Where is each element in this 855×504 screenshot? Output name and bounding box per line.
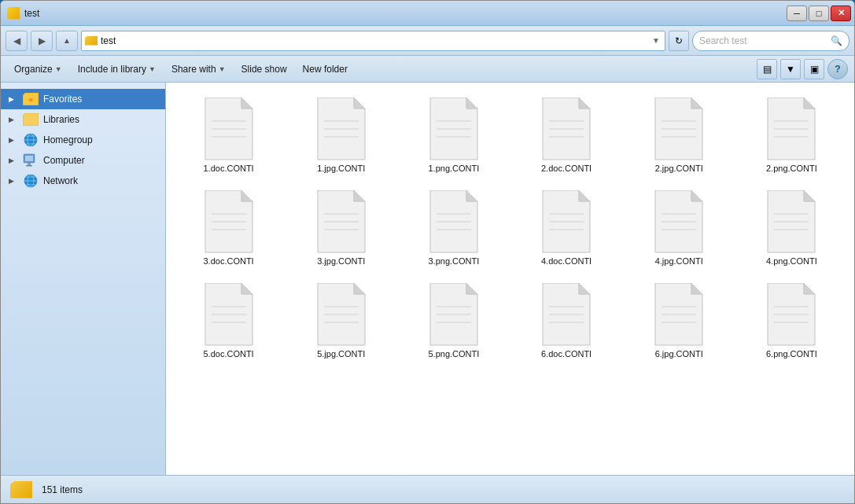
svg-marker-48 [241, 190, 252, 201]
document-icon [766, 190, 816, 253]
file-item[interactable]: 3.png.CONTI [400, 185, 507, 271]
libraries-label: Libraries [43, 114, 79, 125]
share-with-chevron: ▼ [219, 65, 226, 73]
computer-label: Computer [43, 155, 85, 166]
forward-button[interactable]: ▶ [31, 31, 53, 51]
document-icon [204, 97, 254, 160]
document-icon [204, 190, 254, 253]
view-small-icon-button[interactable]: ▤ [757, 59, 777, 79]
svg-marker-88 [466, 283, 477, 294]
file-label: 4.doc.CONTI [541, 256, 591, 266]
document-icon [316, 283, 367, 346]
svg-marker-2 [23, 113, 39, 126]
favorites-expand-arrow: ▶ [9, 95, 18, 103]
preview-pane-button[interactable]: ▣ [804, 59, 824, 79]
file-item[interactable]: 1.jpg.CONTI [288, 92, 394, 178]
file-grid: 1.doc.CONTI 1.jpg.CONTI 1.png.CONTI [175, 92, 845, 364]
file-item[interactable]: 5.doc.CONTI [175, 278, 282, 364]
include-in-library-button[interactable]: Include in library ▼ [71, 59, 163, 79]
sidebar: ▶ ★ Favorites ▶ Libraries [1, 83, 166, 475]
organize-chevron: ▼ [55, 65, 62, 73]
file-item[interactable]: 2.png.CONTI [739, 92, 845, 178]
file-label: 4.png.CONTI [766, 256, 817, 266]
file-item[interactable]: 6.png.CONTI [739, 278, 845, 364]
minimize-button[interactable]: ─ [787, 6, 807, 21]
file-label: 3.jpg.CONTI [317, 256, 365, 266]
close-button[interactable]: ✕ [831, 6, 851, 21]
libraries-icon [23, 113, 39, 126]
back-button[interactable]: ◀ [6, 31, 28, 51]
address-dropdown-arrow[interactable]: ▼ [650, 36, 662, 45]
title-bar-controls: ─ □ ✕ [787, 6, 851, 21]
file-item[interactable]: 3.jpg.CONTI [288, 185, 394, 271]
file-item[interactable]: 5.jpg.CONTI [288, 278, 394, 364]
status-folder-icon [10, 481, 32, 498]
title-bar: test ─ □ ✕ [1, 1, 854, 26]
new-folder-button[interactable]: New folder [296, 59, 355, 79]
svg-marker-23 [354, 97, 365, 109]
status-item-count: 151 items [42, 484, 83, 495]
file-label: 5.doc.CONTI [203, 349, 253, 359]
favorites-label: Favorites [43, 94, 82, 105]
svg-marker-58 [466, 190, 477, 201]
file-area[interactable]: 1.doc.CONTI 1.jpg.CONTI 1.png.CONTI [166, 83, 854, 475]
file-label: 3.png.CONTI [429, 256, 480, 266]
document-icon [316, 190, 367, 253]
file-item[interactable]: 4.doc.CONTI [514, 185, 620, 271]
file-item[interactable]: 6.jpg.CONTI [626, 278, 732, 364]
svg-marker-98 [691, 283, 702, 294]
svg-marker-28 [466, 97, 477, 109]
organize-button[interactable]: Organize ▼ [7, 59, 69, 79]
computer-expand-arrow: ▶ [9, 156, 18, 164]
up-button[interactable]: ▲ [56, 31, 78, 51]
sidebar-item-network[interactable]: ▶ Network [1, 171, 165, 191]
share-with-button[interactable]: Share with ▼ [164, 59, 233, 79]
help-button[interactable]: ? [827, 59, 848, 79]
slide-show-button[interactable]: Slide show [234, 59, 294, 79]
network-icon [23, 175, 39, 187]
refresh-button[interactable]: ↻ [669, 31, 689, 51]
file-item[interactable]: 1.doc.CONTI [175, 92, 282, 178]
file-item[interactable]: 3.doc.CONTI [175, 185, 282, 271]
search-box[interactable]: Search test 🔍 [692, 31, 849, 51]
svg-marker-63 [579, 190, 590, 201]
file-item[interactable]: 5.png.CONTI [400, 278, 507, 364]
window-title: test [24, 8, 39, 19]
sidebar-item-homegroup[interactable]: ▶ Homegroup [1, 130, 165, 150]
file-item[interactable]: 4.png.CONTI [739, 185, 845, 271]
file-item[interactable]: 6.doc.CONTI [514, 278, 620, 364]
svg-marker-68 [691, 190, 702, 201]
svg-text:★: ★ [28, 96, 34, 104]
libraries-expand-arrow: ▶ [9, 116, 18, 123]
network-label: Network [43, 175, 78, 186]
slide-show-label: Slide show [241, 64, 287, 75]
svg-marker-18 [241, 97, 252, 109]
file-item[interactable]: 2.jpg.CONTI [626, 92, 732, 178]
computer-icon [23, 154, 39, 167]
title-bar-left: test [7, 7, 39, 20]
file-item[interactable]: 4.jpg.CONTI [626, 185, 732, 271]
homegroup-label: Homegroup [43, 134, 93, 145]
document-icon [654, 97, 704, 160]
address-input-container[interactable]: test ▼ [81, 31, 665, 51]
toolbar-right: ▤ ▼ ▣ ? [757, 59, 848, 79]
main-content: ▶ ★ Favorites ▶ Libraries [1, 83, 854, 475]
document-icon [429, 283, 479, 346]
maximize-button[interactable]: □ [809, 6, 829, 21]
file-item[interactable]: 1.png.CONTI [400, 92, 507, 178]
address-path: test [101, 35, 647, 46]
file-label: 1.doc.CONTI [203, 164, 253, 173]
sidebar-item-libraries[interactable]: ▶ Libraries [1, 109, 165, 130]
file-label: 3.doc.CONTI [203, 256, 253, 266]
sidebar-item-favorites[interactable]: ▶ ★ Favorites [1, 89, 165, 109]
view-dropdown-button[interactable]: ▼ [780, 59, 801, 79]
svg-marker-33 [579, 97, 590, 109]
file-label: 6.doc.CONTI [541, 349, 591, 359]
favorites-icon: ★ [23, 93, 39, 105]
search-icon[interactable]: 🔍 [831, 35, 842, 46]
svg-marker-43 [804, 97, 815, 109]
document-icon [541, 283, 591, 346]
sidebar-item-computer[interactable]: ▶ Computer [1, 150, 165, 171]
file-item[interactable]: 2.doc.CONTI [514, 92, 620, 178]
address-bar: ◀ ▶ ▲ test ▼ ↻ Search test 🔍 [1, 26, 854, 56]
